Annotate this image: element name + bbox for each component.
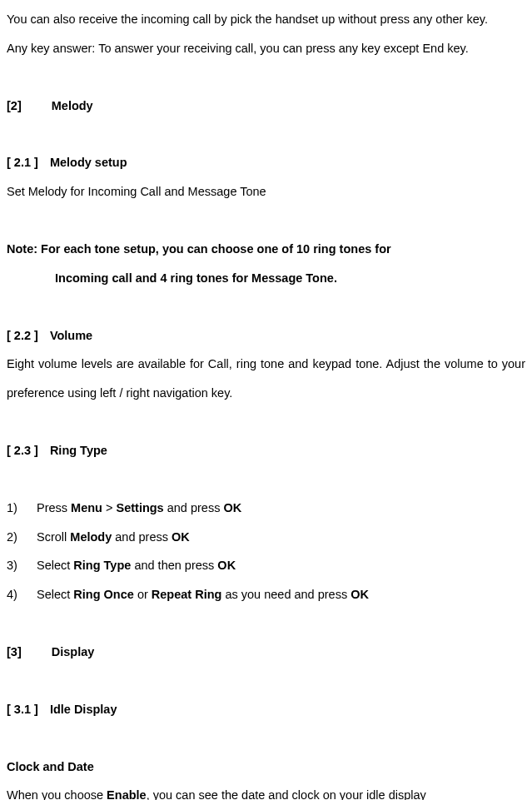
spacer [7,408,525,436]
bold-text: Melody [70,530,112,544]
step-number: 2) [7,523,22,552]
step-text: Scroll Melody and press OK [37,523,190,552]
bold-text: Enable [107,788,147,800]
intro-paragraph-1: You can also receive the incoming call b… [7,5,525,34]
note-line-2: Incoming call and 4 ring tones for Messa… [7,264,525,293]
bold-text: OK [351,588,369,601]
bold-text: OK [172,530,190,544]
section-title: Display [52,638,95,667]
section-title: Melody [52,92,93,121]
step-text: Select Ring Type and then press OK [37,551,236,580]
bold-text: Menu [71,501,102,514]
text: or [134,588,152,601]
bold-text: Ring Type [73,559,131,572]
step-3: 3) Select Ring Type and then press OK [7,551,525,580]
intro-paragraph-2: Any key answer: To answer your receiving… [7,34,525,63]
spacer [7,63,525,92]
note-line-1: Note: For each tone setup, you can choos… [7,235,525,264]
text: and then press [131,559,217,572]
section-2-2-body: Eight volume levels are available for Ca… [7,350,525,408]
text: and press [112,530,172,544]
document-page: You can also receive the incoming call b… [0,0,532,800]
section-2-heading: [2] Melody [7,92,525,121]
step-1: 1) Press Menu > Settings and press OK [7,494,525,523]
spacer [7,120,525,148]
text: Select [37,588,73,601]
subsection-number: [ 2.3 ] [7,436,38,465]
text: as you need and press [221,588,351,601]
subsection-title: Ring Type [50,436,107,465]
text: > [102,501,117,514]
spacer [7,465,525,494]
text: Scroll [37,530,70,544]
subsection-number: [ 2.2 ] [7,321,38,350]
section-2-1-heading: [ 2.1 ] Melody setup [7,148,525,177]
bold-text: Settings [116,501,163,514]
text: Press [37,501,71,514]
text: , you can see the date and clock on your… [147,788,426,800]
spacer [7,293,525,321]
section-number: [2] [7,92,22,121]
section-2-1-body: Set Melody for Incoming Call and Message… [7,177,525,206]
step-text: Press Menu > Settings and press OK [37,494,241,523]
text: When you choose [7,788,107,800]
bold-text: Repeat Ring [152,588,222,601]
step-2: 2) Scroll Melody and press OK [7,523,525,552]
subsection-title: Melody setup [50,148,127,177]
clock-date-heading: Clock and Date [7,753,525,782]
spacer [7,667,525,695]
bold-text: OK [223,501,241,514]
bold-text: Ring Once [73,588,134,601]
subsection-number: [ 3.1 ] [7,695,38,724]
step-4: 4) Select Ring Once or Repeat Ring as yo… [7,580,525,609]
subsection-number: [ 2.1 ] [7,148,38,177]
spacer [7,724,525,753]
clock-date-body: When you choose Enable, you can see the … [7,781,525,800]
section-3-heading: [3] Display [7,638,525,667]
text: Select [37,559,73,572]
spacer [7,609,525,638]
section-number: [3] [7,638,22,667]
spacer [7,206,525,235]
step-number: 4) [7,580,22,609]
step-number: 1) [7,494,22,523]
section-3-1-heading: [ 3.1 ] Idle Display [7,695,525,724]
step-number: 3) [7,551,22,580]
text: and press [164,501,224,514]
step-text: Select Ring Once or Repeat Ring as you n… [37,580,369,609]
bold-text: OK [217,559,236,572]
subsection-title: Idle Display [50,695,117,724]
section-2-3-heading: [ 2.3 ] Ring Type [7,436,525,465]
section-2-2-heading: [ 2.2 ] Volume [7,321,525,350]
subsection-title: Volume [50,321,92,350]
